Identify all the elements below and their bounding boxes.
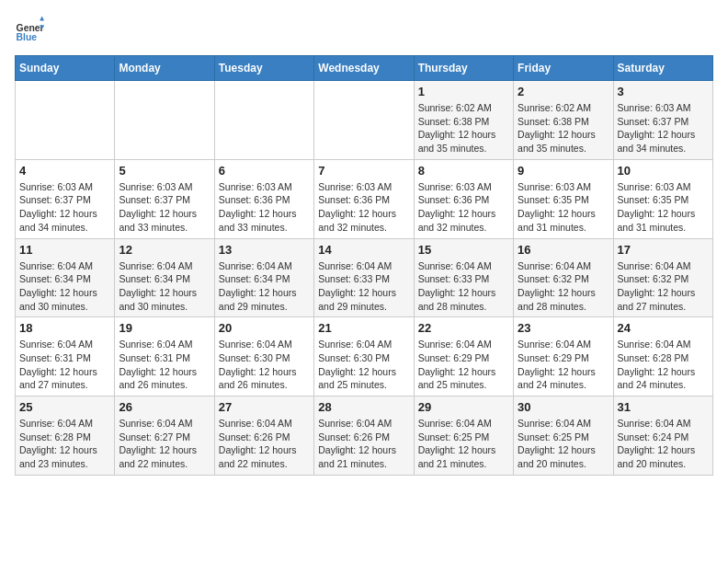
calendar-cell: 12Sunrise: 6:04 AMSunset: 6:34 PMDayligh… bbox=[115, 238, 214, 317]
calendar-cell: 24Sunrise: 6:04 AMSunset: 6:28 PMDayligh… bbox=[613, 317, 712, 396]
day-number: 9 bbox=[518, 164, 609, 178]
calendar-cell: 4Sunrise: 6:03 AMSunset: 6:37 PMDaylight… bbox=[16, 159, 115, 238]
day-info: Sunrise: 6:04 AMSunset: 6:30 PMDaylight:… bbox=[318, 338, 409, 392]
day-number: 20 bbox=[219, 321, 310, 335]
calendar-cell bbox=[314, 81, 414, 160]
day-number: 18 bbox=[19, 321, 110, 335]
day-info: Sunrise: 6:04 AMSunset: 6:30 PMDaylight:… bbox=[219, 338, 310, 392]
logo-icon: General Blue bbox=[15, 15, 44, 44]
calendar-cell: 1Sunrise: 6:02 AMSunset: 6:38 PMDaylight… bbox=[414, 81, 513, 160]
day-info: Sunrise: 6:04 AMSunset: 6:34 PMDaylight:… bbox=[19, 259, 110, 314]
logo: General Blue bbox=[15, 15, 44, 44]
header-friday: Friday bbox=[514, 56, 613, 81]
calendar-cell: 22Sunrise: 6:04 AMSunset: 6:29 PMDayligh… bbox=[414, 317, 513, 396]
day-number: 13 bbox=[219, 243, 310, 257]
day-number: 3 bbox=[618, 85, 709, 98]
day-info: Sunrise: 6:04 AMSunset: 6:32 PMDaylight:… bbox=[618, 259, 709, 314]
calendar-cell: 19Sunrise: 6:04 AMSunset: 6:31 PMDayligh… bbox=[115, 317, 214, 396]
calendar-cell: 27Sunrise: 6:04 AMSunset: 6:26 PMDayligh… bbox=[214, 396, 313, 476]
calendar-cell: 17Sunrise: 6:04 AMSunset: 6:32 PMDayligh… bbox=[613, 238, 712, 317]
calendar-cell: 28Sunrise: 6:04 AMSunset: 6:26 PMDayligh… bbox=[314, 396, 414, 476]
day-number: 8 bbox=[418, 164, 509, 178]
day-info: Sunrise: 6:04 AMSunset: 6:26 PMDaylight:… bbox=[219, 417, 310, 471]
day-info: Sunrise: 6:03 AMSunset: 6:35 PMDaylight:… bbox=[618, 180, 709, 235]
calendar-cell: 7Sunrise: 6:03 AMSunset: 6:36 PMDaylight… bbox=[314, 159, 414, 238]
calendar-week-2: 4Sunrise: 6:03 AMSunset: 6:37 PMDaylight… bbox=[16, 159, 713, 238]
day-info: Sunrise: 6:03 AMSunset: 6:36 PMDaylight:… bbox=[418, 180, 509, 235]
day-info: Sunrise: 6:04 AMSunset: 6:25 PMDaylight:… bbox=[518, 417, 609, 471]
day-number: 6 bbox=[219, 164, 310, 178]
day-number: 19 bbox=[119, 321, 210, 335]
day-number: 28 bbox=[318, 400, 409, 414]
day-info: Sunrise: 6:04 AMSunset: 6:33 PMDaylight:… bbox=[418, 259, 509, 314]
calendar-cell bbox=[214, 81, 313, 160]
header-wednesday: Wednesday bbox=[314, 56, 414, 81]
day-number: 27 bbox=[219, 400, 310, 414]
calendar-cell: 15Sunrise: 6:04 AMSunset: 6:33 PMDayligh… bbox=[414, 238, 513, 317]
calendar-cell: 18Sunrise: 6:04 AMSunset: 6:31 PMDayligh… bbox=[16, 317, 115, 396]
calendar-cell: 6Sunrise: 6:03 AMSunset: 6:36 PMDaylight… bbox=[214, 159, 313, 238]
day-number: 1 bbox=[418, 85, 509, 98]
calendar-cell bbox=[115, 81, 214, 160]
day-info: Sunrise: 6:04 AMSunset: 6:28 PMDaylight:… bbox=[618, 338, 709, 392]
day-info: Sunrise: 6:04 AMSunset: 6:27 PMDaylight:… bbox=[119, 417, 210, 471]
day-info: Sunrise: 6:03 AMSunset: 6:37 PMDaylight:… bbox=[19, 180, 110, 235]
calendar-cell: 25Sunrise: 6:04 AMSunset: 6:28 PMDayligh… bbox=[16, 396, 115, 476]
calendar-cell: 29Sunrise: 6:04 AMSunset: 6:25 PMDayligh… bbox=[414, 396, 513, 476]
day-info: Sunrise: 6:04 AMSunset: 6:34 PMDaylight:… bbox=[119, 259, 210, 314]
header-thursday: Thursday bbox=[414, 56, 513, 81]
header-sunday: Sunday bbox=[16, 56, 115, 81]
calendar-cell: 10Sunrise: 6:03 AMSunset: 6:35 PMDayligh… bbox=[613, 159, 712, 238]
day-info: Sunrise: 6:03 AMSunset: 6:36 PMDaylight:… bbox=[318, 180, 409, 235]
calendar-cell bbox=[16, 81, 115, 160]
calendar-cell: 30Sunrise: 6:04 AMSunset: 6:25 PMDayligh… bbox=[514, 396, 613, 476]
day-info: Sunrise: 6:04 AMSunset: 6:31 PMDaylight:… bbox=[19, 338, 110, 392]
page-header: General Blue bbox=[15, 15, 713, 44]
header-saturday: Saturday bbox=[613, 56, 712, 81]
header-tuesday: Tuesday bbox=[214, 56, 313, 81]
svg-text:Blue: Blue bbox=[17, 32, 38, 42]
day-number: 12 bbox=[119, 243, 210, 257]
day-number: 25 bbox=[19, 400, 110, 414]
day-number: 14 bbox=[318, 243, 409, 257]
day-number: 11 bbox=[19, 243, 110, 257]
calendar-cell: 8Sunrise: 6:03 AMSunset: 6:36 PMDaylight… bbox=[414, 159, 513, 238]
day-number: 22 bbox=[418, 321, 509, 335]
day-number: 24 bbox=[618, 321, 709, 335]
day-number: 31 bbox=[618, 400, 709, 414]
day-number: 10 bbox=[618, 164, 709, 178]
svg-text:General: General bbox=[17, 23, 44, 33]
calendar-week-4: 18Sunrise: 6:04 AMSunset: 6:31 PMDayligh… bbox=[16, 317, 713, 396]
svg-marker-2 bbox=[40, 17, 44, 21]
calendar-cell: 21Sunrise: 6:04 AMSunset: 6:30 PMDayligh… bbox=[314, 317, 414, 396]
calendar-cell: 26Sunrise: 6:04 AMSunset: 6:27 PMDayligh… bbox=[115, 396, 214, 476]
calendar-cell: 11Sunrise: 6:04 AMSunset: 6:34 PMDayligh… bbox=[16, 238, 115, 317]
day-number: 17 bbox=[618, 243, 709, 257]
calendar-week-1: 1Sunrise: 6:02 AMSunset: 6:38 PMDaylight… bbox=[16, 81, 713, 160]
day-info: Sunrise: 6:04 AMSunset: 6:32 PMDaylight:… bbox=[518, 259, 609, 314]
day-info: Sunrise: 6:02 AMSunset: 6:38 PMDaylight:… bbox=[418, 101, 509, 155]
day-number: 7 bbox=[318, 164, 409, 178]
day-info: Sunrise: 6:04 AMSunset: 6:31 PMDaylight:… bbox=[119, 338, 210, 392]
day-info: Sunrise: 6:04 AMSunset: 6:26 PMDaylight:… bbox=[318, 417, 409, 471]
calendar-cell: 31Sunrise: 6:04 AMSunset: 6:24 PMDayligh… bbox=[613, 396, 712, 476]
day-info: Sunrise: 6:03 AMSunset: 6:35 PMDaylight:… bbox=[518, 180, 609, 235]
calendar-header-row: SundayMondayTuesdayWednesdayThursdayFrid… bbox=[16, 56, 713, 81]
calendar-cell: 13Sunrise: 6:04 AMSunset: 6:34 PMDayligh… bbox=[214, 238, 313, 317]
calendar-cell: 20Sunrise: 6:04 AMSunset: 6:30 PMDayligh… bbox=[214, 317, 313, 396]
day-number: 26 bbox=[119, 400, 210, 414]
day-number: 5 bbox=[119, 164, 210, 178]
header-monday: Monday bbox=[115, 56, 214, 81]
day-info: Sunrise: 6:04 AMSunset: 6:24 PMDaylight:… bbox=[618, 417, 709, 471]
calendar-cell: 14Sunrise: 6:04 AMSunset: 6:33 PMDayligh… bbox=[314, 238, 414, 317]
calendar-cell: 3Sunrise: 6:03 AMSunset: 6:37 PMDaylight… bbox=[613, 81, 712, 160]
day-number: 2 bbox=[518, 85, 609, 98]
day-info: Sunrise: 6:04 AMSunset: 6:28 PMDaylight:… bbox=[19, 417, 110, 471]
calendar-table: SundayMondayTuesdayWednesdayThursdayFrid… bbox=[15, 55, 713, 476]
day-info: Sunrise: 6:04 AMSunset: 6:34 PMDaylight:… bbox=[219, 259, 310, 314]
calendar-cell: 23Sunrise: 6:04 AMSunset: 6:29 PMDayligh… bbox=[514, 317, 613, 396]
day-info: Sunrise: 6:02 AMSunset: 6:38 PMDaylight:… bbox=[518, 101, 609, 155]
day-info: Sunrise: 6:04 AMSunset: 6:29 PMDaylight:… bbox=[418, 338, 509, 392]
day-number: 21 bbox=[318, 321, 409, 335]
calendar-week-5: 25Sunrise: 6:04 AMSunset: 6:28 PMDayligh… bbox=[16, 396, 713, 476]
